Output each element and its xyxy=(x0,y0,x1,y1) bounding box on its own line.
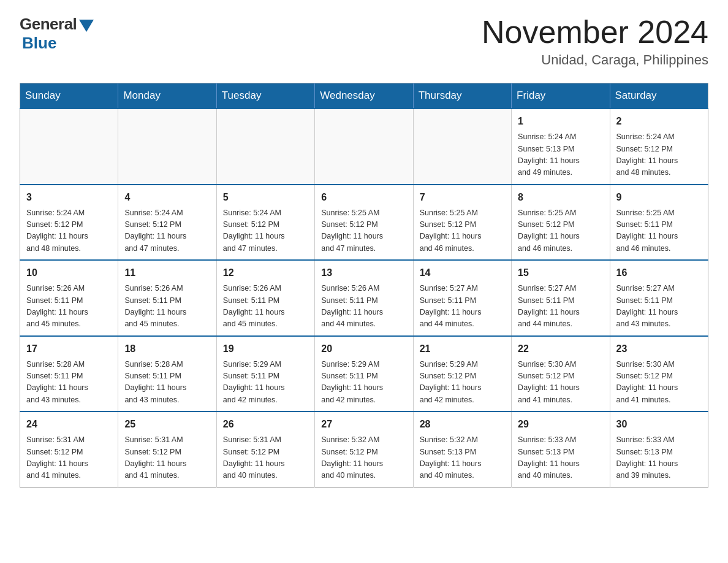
day-info: Sunrise: 5:24 AM Sunset: 5:12 PM Dayligh… xyxy=(124,207,210,255)
day-info: Sunrise: 5:25 AM Sunset: 5:12 PM Dayligh… xyxy=(321,207,406,255)
calendar-day-10: 10Sunrise: 5:26 AM Sunset: 5:11 PM Dayli… xyxy=(20,260,118,336)
day-info: Sunrise: 5:24 AM Sunset: 5:12 PM Dayligh… xyxy=(616,131,702,179)
day-number: 30 xyxy=(616,417,702,432)
calendar-day-11: 11Sunrise: 5:26 AM Sunset: 5:11 PM Dayli… xyxy=(118,260,216,336)
logo: General Blue xyxy=(20,15,94,53)
calendar-week-4: 17Sunrise: 5:28 AM Sunset: 5:11 PM Dayli… xyxy=(20,336,708,412)
day-number: 18 xyxy=(124,342,210,356)
title-block: November 2024 Unidad, Caraga, Philippine… xyxy=(482,15,708,68)
calendar-week-2: 3Sunrise: 5:24 AM Sunset: 5:12 PM Daylig… xyxy=(20,185,708,261)
day-number: 2 xyxy=(616,114,702,129)
calendar-day-empty-02 xyxy=(216,109,314,185)
calendar-week-1: 1Sunrise: 5:24 AM Sunset: 5:13 PM Daylig… xyxy=(20,109,708,185)
logo-triangle-icon xyxy=(79,20,94,32)
day-info: Sunrise: 5:26 AM Sunset: 5:11 PM Dayligh… xyxy=(223,283,308,331)
calendar-day-14: 14Sunrise: 5:27 AM Sunset: 5:11 PM Dayli… xyxy=(413,260,511,336)
calendar-day-21: 21Sunrise: 5:29 AM Sunset: 5:12 PM Dayli… xyxy=(413,336,511,412)
calendar-day-empty-01 xyxy=(118,109,216,185)
day-info: Sunrise: 5:29 AM Sunset: 5:11 PM Dayligh… xyxy=(321,359,406,407)
calendar-week-3: 10Sunrise: 5:26 AM Sunset: 5:11 PM Dayli… xyxy=(20,260,708,336)
calendar-table: SundayMondayTuesdayWednesdayThursdayFrid… xyxy=(20,83,708,488)
day-info: Sunrise: 5:25 AM Sunset: 5:12 PM Dayligh… xyxy=(420,207,505,255)
calendar-day-empty-03 xyxy=(315,109,413,185)
day-number: 17 xyxy=(26,342,112,356)
calendar-day-empty-00 xyxy=(20,109,118,185)
calendar-header-monday: Monday xyxy=(118,83,216,109)
day-number: 29 xyxy=(518,417,603,432)
calendar-day-15: 15Sunrise: 5:27 AM Sunset: 5:11 PM Dayli… xyxy=(512,260,610,336)
calendar-header-wednesday: Wednesday xyxy=(315,83,413,109)
day-number: 11 xyxy=(124,266,210,280)
calendar-day-24: 24Sunrise: 5:31 AM Sunset: 5:12 PM Dayli… xyxy=(20,412,118,487)
calendar-title: November 2024 xyxy=(482,15,708,50)
day-info: Sunrise: 5:24 AM Sunset: 5:12 PM Dayligh… xyxy=(223,207,308,255)
calendar-day-4: 4Sunrise: 5:24 AM Sunset: 5:12 PM Daylig… xyxy=(118,185,216,261)
calendar-day-25: 25Sunrise: 5:31 AM Sunset: 5:12 PM Dayli… xyxy=(118,412,216,487)
day-number: 10 xyxy=(26,266,112,280)
calendar-header-row: SundayMondayTuesdayWednesdayThursdayFrid… xyxy=(20,83,708,109)
day-info: Sunrise: 5:31 AM Sunset: 5:12 PM Dayligh… xyxy=(223,434,308,482)
calendar-day-27: 27Sunrise: 5:32 AM Sunset: 5:12 PM Dayli… xyxy=(315,412,413,487)
calendar-day-18: 18Sunrise: 5:28 AM Sunset: 5:11 PM Dayli… xyxy=(118,336,216,412)
day-number: 20 xyxy=(321,342,406,356)
calendar-day-12: 12Sunrise: 5:26 AM Sunset: 5:11 PM Dayli… xyxy=(216,260,314,336)
calendar-week-5: 24Sunrise: 5:31 AM Sunset: 5:12 PM Dayli… xyxy=(20,412,708,487)
day-info: Sunrise: 5:32 AM Sunset: 5:12 PM Dayligh… xyxy=(321,434,406,482)
day-info: Sunrise: 5:27 AM Sunset: 5:11 PM Dayligh… xyxy=(616,283,702,331)
day-info: Sunrise: 5:28 AM Sunset: 5:11 PM Dayligh… xyxy=(124,359,210,407)
calendar-header-tuesday: Tuesday xyxy=(216,83,314,109)
day-info: Sunrise: 5:32 AM Sunset: 5:13 PM Dayligh… xyxy=(420,434,505,482)
calendar-day-22: 22Sunrise: 5:30 AM Sunset: 5:12 PM Dayli… xyxy=(512,336,610,412)
day-info: Sunrise: 5:27 AM Sunset: 5:11 PM Dayligh… xyxy=(518,283,603,331)
day-info: Sunrise: 5:33 AM Sunset: 5:13 PM Dayligh… xyxy=(518,434,603,482)
day-info: Sunrise: 5:25 AM Sunset: 5:11 PM Dayligh… xyxy=(616,207,702,255)
calendar-header-saturday: Saturday xyxy=(610,83,708,109)
day-number: 12 xyxy=(223,266,308,280)
day-info: Sunrise: 5:30 AM Sunset: 5:12 PM Dayligh… xyxy=(518,359,603,407)
day-number: 28 xyxy=(420,417,505,432)
calendar-day-17: 17Sunrise: 5:28 AM Sunset: 5:11 PM Dayli… xyxy=(20,336,118,412)
day-number: 15 xyxy=(518,266,603,280)
day-info: Sunrise: 5:25 AM Sunset: 5:12 PM Dayligh… xyxy=(518,207,603,255)
calendar-day-19: 19Sunrise: 5:29 AM Sunset: 5:11 PM Dayli… xyxy=(216,336,314,412)
day-number: 5 xyxy=(223,190,308,205)
calendar-subtitle: Unidad, Caraga, Philippines xyxy=(482,52,708,68)
calendar-day-16: 16Sunrise: 5:27 AM Sunset: 5:11 PM Dayli… xyxy=(610,260,708,336)
page-header: General Blue November 2024 Unidad, Carag… xyxy=(20,15,708,68)
day-info: Sunrise: 5:26 AM Sunset: 5:11 PM Dayligh… xyxy=(26,283,112,331)
calendar-day-1: 1Sunrise: 5:24 AM Sunset: 5:13 PM Daylig… xyxy=(512,109,610,185)
calendar-header-sunday: Sunday xyxy=(20,83,118,109)
calendar-header-friday: Friday xyxy=(512,83,610,109)
logo-blue-text: Blue xyxy=(22,34,56,53)
calendar-day-empty-04 xyxy=(413,109,511,185)
day-info: Sunrise: 5:33 AM Sunset: 5:13 PM Dayligh… xyxy=(616,434,702,482)
day-info: Sunrise: 5:26 AM Sunset: 5:11 PM Dayligh… xyxy=(124,283,210,331)
calendar-day-2: 2Sunrise: 5:24 AM Sunset: 5:12 PM Daylig… xyxy=(610,109,708,185)
calendar-day-6: 6Sunrise: 5:25 AM Sunset: 5:12 PM Daylig… xyxy=(315,185,413,261)
calendar-day-20: 20Sunrise: 5:29 AM Sunset: 5:11 PM Dayli… xyxy=(315,336,413,412)
calendar-day-5: 5Sunrise: 5:24 AM Sunset: 5:12 PM Daylig… xyxy=(216,185,314,261)
day-number: 8 xyxy=(518,190,603,205)
calendar-day-26: 26Sunrise: 5:31 AM Sunset: 5:12 PM Dayli… xyxy=(216,412,314,487)
day-number: 7 xyxy=(420,190,505,205)
logo-general-text: General xyxy=(20,15,77,34)
calendar-day-3: 3Sunrise: 5:24 AM Sunset: 5:12 PM Daylig… xyxy=(20,185,118,261)
calendar-day-13: 13Sunrise: 5:26 AM Sunset: 5:11 PM Dayli… xyxy=(315,260,413,336)
day-info: Sunrise: 5:27 AM Sunset: 5:11 PM Dayligh… xyxy=(420,283,505,331)
day-info: Sunrise: 5:24 AM Sunset: 5:12 PM Dayligh… xyxy=(26,207,112,255)
day-number: 23 xyxy=(616,342,702,356)
day-number: 26 xyxy=(223,417,308,432)
calendar-day-30: 30Sunrise: 5:33 AM Sunset: 5:13 PM Dayli… xyxy=(610,412,708,487)
day-number: 13 xyxy=(321,266,406,280)
day-number: 9 xyxy=(616,190,702,205)
calendar-header-thursday: Thursday xyxy=(413,83,511,109)
day-number: 25 xyxy=(124,417,210,432)
day-info: Sunrise: 5:29 AM Sunset: 5:11 PM Dayligh… xyxy=(223,359,308,407)
day-number: 27 xyxy=(321,417,406,432)
day-number: 21 xyxy=(420,342,505,356)
day-info: Sunrise: 5:29 AM Sunset: 5:12 PM Dayligh… xyxy=(420,359,505,407)
day-number: 22 xyxy=(518,342,603,356)
calendar-day-7: 7Sunrise: 5:25 AM Sunset: 5:12 PM Daylig… xyxy=(413,185,511,261)
day-info: Sunrise: 5:26 AM Sunset: 5:11 PM Dayligh… xyxy=(321,283,406,331)
day-number: 14 xyxy=(420,266,505,280)
